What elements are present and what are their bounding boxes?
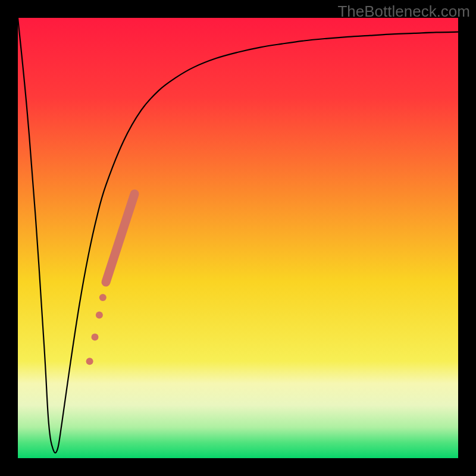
bottleneck-chart [18, 18, 458, 458]
marker-dot [99, 294, 107, 301]
marker-dot [86, 358, 93, 365]
marker-dot [92, 334, 99, 341]
gradient-background [18, 18, 458, 458]
marker-dot [96, 312, 103, 319]
chart-container: TheBottleneck.com [0, 0, 476, 476]
plot-area [18, 18, 458, 458]
